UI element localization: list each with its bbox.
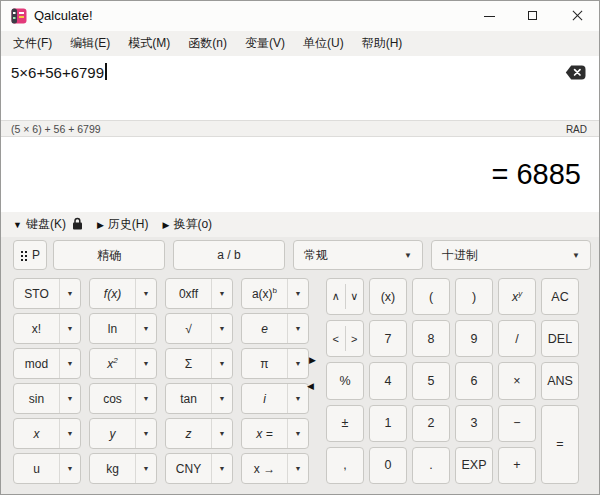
key-named-function-dropdown[interactable]: ▼ xyxy=(287,279,308,308)
clear-input-button[interactable] xyxy=(564,65,586,81)
menu-help[interactable]: 帮助(H) xyxy=(353,31,412,56)
key-plus-minus[interactable]: ± xyxy=(326,405,364,442)
key-digit-8[interactable]: 8 xyxy=(412,320,450,357)
key-named-function[interactable]: a(x)b xyxy=(242,279,287,308)
key-hex-base-dropdown[interactable]: ▼ xyxy=(211,279,232,308)
key-var-y-dropdown[interactable]: ▼ xyxy=(135,419,156,448)
key-exp[interactable]: EXP xyxy=(455,447,493,484)
key-factorial-dropdown[interactable]: ▼ xyxy=(59,314,80,343)
expression-input[interactable]: 5×6+56+6799 xyxy=(1,56,599,120)
key-function-dropdown[interactable]: ▼ xyxy=(135,279,156,308)
key-percent[interactable]: % xyxy=(326,362,364,399)
key-smart-parentheses[interactable]: (x) xyxy=(369,278,407,315)
key-hex-base[interactable]: 0xff xyxy=(166,279,211,308)
key-digit-2[interactable]: 2 xyxy=(412,405,450,442)
key-dot[interactable]: . xyxy=(412,447,450,484)
key-sum-dropdown[interactable]: ▼ xyxy=(211,349,232,378)
key-var-z-dropdown[interactable]: ▼ xyxy=(211,419,232,448)
key-minus[interactable]: − xyxy=(498,405,536,442)
key-e-constant-dropdown[interactable]: ▼ xyxy=(287,314,308,343)
key-plus[interactable]: + xyxy=(498,447,536,484)
key-left-right[interactable]: <> xyxy=(326,320,364,357)
key-square[interactable]: x2 xyxy=(90,349,135,378)
key-tan[interactable]: tan xyxy=(166,384,211,413)
key-sqrt[interactable]: √ xyxy=(166,314,211,343)
output-mode-dropdown[interactable]: 常规 ▼ xyxy=(293,240,423,270)
keypad-lock-button[interactable] xyxy=(72,216,83,234)
keyboard-panel-toggle[interactable]: ▼ 键盘(K) xyxy=(9,214,70,235)
key-e-constant[interactable]: e xyxy=(242,314,287,343)
key-unit-kg[interactable]: kg xyxy=(90,454,135,483)
key-digit-3[interactable]: 3 xyxy=(455,405,493,442)
key-currency-cny-dropdown[interactable]: ▼ xyxy=(211,454,232,483)
key-imaginary-i[interactable]: i xyxy=(242,384,287,413)
key-ans[interactable]: ANS xyxy=(541,362,579,399)
key-pi[interactable]: π xyxy=(242,349,287,378)
maximize-button[interactable] xyxy=(511,1,555,31)
key-ln[interactable]: ln xyxy=(90,314,135,343)
key-mod-dropdown[interactable]: ▼ xyxy=(59,349,80,378)
key-convert-to[interactable]: x → xyxy=(242,454,287,483)
key-ac[interactable]: AC xyxy=(541,278,579,315)
key-var-z[interactable]: z xyxy=(166,419,211,448)
key-digit-7[interactable]: 7 xyxy=(369,320,407,357)
menu-units[interactable]: 单位(U) xyxy=(294,31,353,56)
key-factorial[interactable]: x! xyxy=(14,314,59,343)
key-digit-1[interactable]: 1 xyxy=(369,405,407,442)
key-unit-u[interactable]: u xyxy=(14,454,59,483)
key-equals[interactable]: = xyxy=(541,405,579,484)
key-x-equals-dropdown[interactable]: ▼ xyxy=(287,419,308,448)
key-convert-to-dropdown[interactable]: ▼ xyxy=(287,454,308,483)
menu-edit[interactable]: 编辑(E) xyxy=(61,31,119,56)
key-del[interactable]: DEL xyxy=(541,320,579,357)
close-button[interactable] xyxy=(555,1,599,31)
key-digit-5[interactable]: 5 xyxy=(412,362,450,399)
key-pi-dropdown[interactable]: ▼ xyxy=(287,349,308,378)
key-unit-u-dropdown[interactable]: ▼ xyxy=(59,454,80,483)
menu-file[interactable]: 文件(F) xyxy=(4,31,61,56)
key-cos[interactable]: cos xyxy=(90,384,135,413)
key-function[interactable]: f(x) xyxy=(90,279,135,308)
collapse-keypad-handle[interactable]: ◀ xyxy=(307,381,314,391)
key-multiply[interactable]: × xyxy=(498,362,536,399)
key-divide[interactable]: / xyxy=(498,320,536,357)
key-imaginary-i-dropdown[interactable]: ▼ xyxy=(287,384,308,413)
key-power[interactable]: xy xyxy=(498,278,536,315)
key-var-x-dropdown[interactable]: ▼ xyxy=(59,419,80,448)
programming-keypad-button[interactable]: P xyxy=(13,240,47,270)
key-sto[interactable]: STO xyxy=(14,279,59,308)
key-up-down[interactable]: ∧∨ xyxy=(326,278,364,315)
key-sin-dropdown[interactable]: ▼ xyxy=(59,384,80,413)
key-right-paren[interactable]: ) xyxy=(455,278,493,315)
key-tan-dropdown[interactable]: ▼ xyxy=(211,384,232,413)
key-currency-cny[interactable]: CNY xyxy=(166,454,211,483)
key-sin[interactable]: sin xyxy=(14,384,59,413)
key-square-dropdown[interactable]: ▼ xyxy=(135,349,156,378)
key-var-y[interactable]: y xyxy=(90,419,135,448)
key-x-equals[interactable]: x = xyxy=(242,419,287,448)
key-var-x[interactable]: x xyxy=(14,419,59,448)
key-mod[interactable]: mod xyxy=(14,349,59,378)
number-base-dropdown[interactable]: 十进制 ▼ xyxy=(431,240,591,270)
fraction-mode-button[interactable]: a / b xyxy=(173,240,285,270)
key-digit-0[interactable]: 0 xyxy=(369,447,407,484)
key-ln-dropdown[interactable]: ▼ xyxy=(135,314,156,343)
menu-variables[interactable]: 变量(V) xyxy=(236,31,294,56)
key-comma[interactable]: , xyxy=(326,447,364,484)
minimize-button[interactable] xyxy=(467,1,511,31)
menu-functions[interactable]: 函数(n) xyxy=(179,31,236,56)
key-sum[interactable]: Σ xyxy=(166,349,211,378)
key-digit-9[interactable]: 9 xyxy=(455,320,493,357)
key-digit-6[interactable]: 6 xyxy=(455,362,493,399)
key-left-paren[interactable]: ( xyxy=(412,278,450,315)
menu-mode[interactable]: 模式(M) xyxy=(119,31,179,56)
history-panel-toggle[interactable]: ▶ 历史(H) xyxy=(93,214,153,235)
key-cos-dropdown[interactable]: ▼ xyxy=(135,384,156,413)
exact-mode-button[interactable]: 精确 xyxy=(53,240,165,270)
key-digit-4[interactable]: 4 xyxy=(369,362,407,399)
key-unit-kg-dropdown[interactable]: ▼ xyxy=(135,454,156,483)
key-sto-dropdown[interactable]: ▼ xyxy=(59,279,80,308)
expand-keypad-handle[interactable]: ▶ xyxy=(309,355,316,365)
key-sqrt-dropdown[interactable]: ▼ xyxy=(211,314,232,343)
convert-panel-toggle[interactable]: ▶ 换算(o) xyxy=(159,214,217,235)
